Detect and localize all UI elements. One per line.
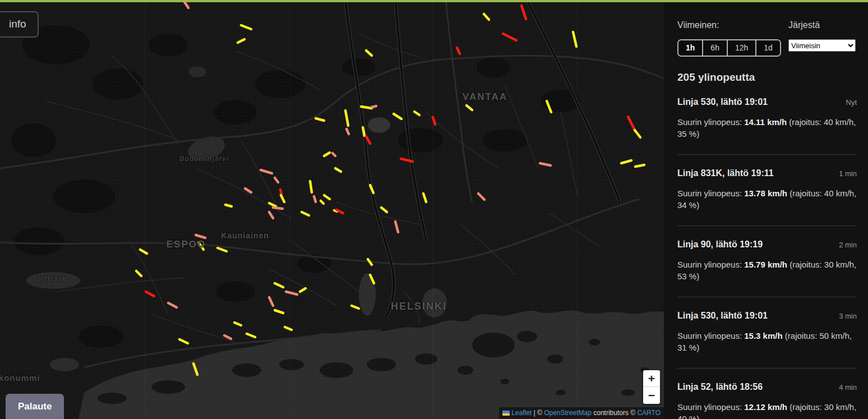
speeding-segment[interactable]: [273, 208, 283, 209]
leaflet-link[interactable]: Leaflet: [511, 409, 532, 417]
sort-select[interactable]: Viimeisin: [788, 39, 856, 52]
range-button-1h[interactable]: 1h: [678, 40, 703, 56]
speeding-segment[interactable]: [280, 190, 281, 194]
sort-label: Järjestä: [788, 20, 820, 30]
ukraine-flag-icon: [502, 411, 510, 416]
info-button[interactable]: info: [0, 11, 39, 38]
map-zoom-control: + −: [643, 370, 660, 404]
speeding-segment[interactable]: [372, 106, 376, 107]
incident-detail: Suurin ylinopeus: 12.12 km/h (rajoitus: …: [677, 401, 857, 419]
map-attribution: Leaflet | © OpenStreetMap contributors ©…: [499, 407, 664, 419]
incident-title: Linja 52, lähtö 18:56: [677, 382, 763, 392]
incident-item[interactable]: Linja 90, lähtö 19:192 minSuurin ylinope…: [677, 240, 857, 282]
incident-detail: Suurin ylinopeus: 14.11 km/h (rajoitus: …: [677, 116, 857, 140]
incident-divider: [677, 368, 857, 369]
incident-detail: Suurin ylinopeus: 15.3 km/h (rajoitus: 5…: [677, 330, 857, 353]
range-filter-label: Viimeinen:: [677, 20, 719, 30]
incident-divider: [677, 154, 857, 155]
zoom-out-button[interactable]: −: [643, 387, 660, 404]
openstreetmap-link[interactable]: OpenStreetMap: [544, 409, 592, 417]
feedback-button[interactable]: Palaute: [6, 394, 64, 419]
incident-divider: [677, 297, 857, 297]
incident-title: Linja 90, lähtö 19:19: [677, 240, 763, 250]
range-button-12h[interactable]: 12h: [728, 40, 756, 56]
incident-item[interactable]: Linja 52, lähtö 18:564 minSuurin ylinope…: [677, 382, 857, 419]
incident-title: Linja 530, lähtö 19:01: [677, 97, 768, 107]
range-button-group: 1h6h12h1d: [677, 39, 781, 57]
map[interactable]: VANTAAHELSINKIESPOOKauniainenBodominjärv…: [0, 0, 664, 419]
incident-time-ago: 3 min: [839, 312, 857, 320]
incident-title: Linja 831K, lähtö 19:11: [677, 168, 774, 178]
range-button-1d[interactable]: 1d: [756, 40, 780, 56]
incident-item[interactable]: Linja 530, lähtö 19:01NytSuurin ylinopeu…: [677, 97, 857, 140]
speeding-segment[interactable]: [363, 127, 364, 136]
sidebar: Viimeinen: Järjestä 1h6h12h1d Viimeisin …: [664, 0, 868, 419]
incident-time-ago: 1 min: [839, 169, 857, 178]
speeding-segment[interactable]: [225, 205, 232, 206]
incident-title: Linja 530, lähtö 19:01: [677, 311, 768, 321]
zoom-in-button[interactable]: +: [643, 370, 660, 387]
incident-item[interactable]: Linja 831K, lähtö 19:111 minSuurin ylino…: [677, 168, 857, 211]
overspeed-count-heading: 205 ylinopeutta: [677, 71, 857, 84]
carto-link[interactable]: CARTO: [637, 409, 661, 417]
app: VANTAAHELSINKIESPOOKauniainenBodominjärv…: [0, 0, 868, 419]
incident-detail: Suurin ylinopeus: 15.79 km/h (rajoitus: …: [677, 259, 857, 282]
map-canvas[interactable]: [0, 0, 664, 419]
attribution-contributors: contributors ©: [592, 409, 638, 417]
incident-time-ago: 4 min: [839, 383, 857, 392]
attribution-separator: | ©: [532, 409, 544, 417]
incident-list: Linja 530, lähtö 19:01NytSuurin ylinopeu…: [677, 97, 857, 419]
incident-item[interactable]: Linja 530, lähtö 19:013 minSuurin ylinop…: [677, 311, 857, 353]
speeding-segment[interactable]: [314, 196, 316, 202]
top-accent-bar: [0, 0, 868, 2]
speeding-segment[interactable]: [361, 107, 372, 108]
incident-detail: Suurin ylinopeus: 13.78 km/h (rajoitus: …: [677, 187, 857, 211]
incident-divider: [677, 225, 857, 226]
incident-time-ago: Nyt: [846, 98, 857, 107]
speeding-segment[interactable]: [635, 165, 644, 167]
incident-time-ago: 2 min: [839, 241, 857, 249]
range-button-6h[interactable]: 6h: [703, 40, 728, 56]
speeding-segment[interactable]: [310, 181, 312, 192]
